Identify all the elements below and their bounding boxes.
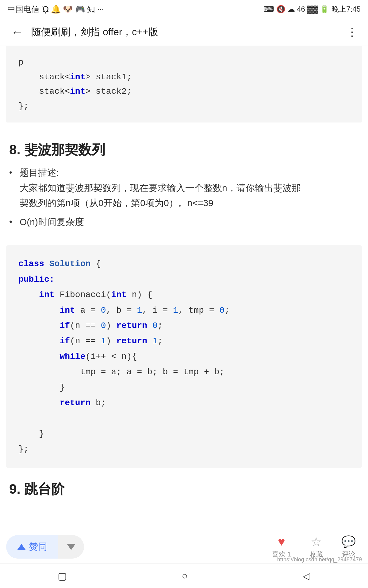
time-text: 晚上7:45: [332, 4, 361, 14]
section9-heading: 9. 跳台阶: [0, 477, 368, 501]
collect-button[interactable]: ☆ 收藏: [309, 535, 323, 559]
like-button[interactable]: ♥ 喜欢 1: [272, 535, 291, 559]
status-left: 中国电信 ᾨ 🔔 🐶 🎮 知 ···: [7, 4, 104, 15]
vote-group: 赞同: [6, 535, 84, 559]
section8-desc: • 题目描述:大家都知道斐波那契数列，现在要求输入一个整数n，请你输出斐波那契数…: [0, 165, 368, 239]
code-line: stack<int> stack2;: [18, 84, 350, 99]
vote-up-label: 赞同: [29, 541, 47, 553]
nav-title: 随便刷刷，剑指 offer，c++版: [31, 25, 342, 39]
back-button[interactable]: ←: [6, 26, 28, 38]
desc-item-1: • 题目描述:大家都知道斐波那契数列，现在要求输入一个整数n，请你输出斐波那契数…: [9, 165, 359, 211]
carrier-text: 中国电信: [7, 4, 39, 15]
code-line: [18, 411, 350, 426]
code-line: stack<int> stack1;: [18, 70, 350, 85]
code-line: class Solution {: [18, 256, 350, 272]
nav-circle-button[interactable]: ○: [170, 567, 200, 585]
bullet-1: •: [9, 166, 17, 179]
vote-up-icon: [17, 544, 26, 550]
vote-down-button[interactable]: [58, 538, 84, 556]
status-right: ⌨ 🔇 ☁ 46 ▓▓ 🔋 晚上7:45: [263, 4, 361, 14]
code-line: int a = 0, b = 1, i = 1, tmp = 0;: [18, 303, 350, 318]
desc-item-2: • O(n)时间复杂度: [9, 214, 359, 230]
nav-square-button[interactable]: ▢: [45, 567, 79, 585]
desc-text-2: O(n)时间复杂度: [20, 214, 359, 230]
code-line: return b;: [18, 395, 350, 411]
code-line: if(n == 1) return 1;: [18, 334, 350, 349]
url-bar: https://blog.csdn.net/qq_29487479: [277, 556, 362, 563]
code-line: }: [18, 380, 350, 395]
comment-icon: 💬: [341, 535, 356, 548]
vote-up-button[interactable]: 赞同: [6, 535, 58, 559]
main-code-block: class Solution { public: int Fibonacci(i…: [6, 245, 362, 468]
nav-triangle-button[interactable]: ◁: [290, 567, 323, 585]
code-line: while(i++ < n){: [18, 349, 350, 364]
code-line: if(n == 0) return 0;: [18, 318, 350, 334]
code-line: };: [18, 99, 350, 114]
code-line: };: [18, 442, 350, 457]
top-code-block: p stack<int> stack1; stack<int> stack2; …: [6, 46, 362, 123]
content: p stack<int> stack1; stack<int> stack2; …: [0, 46, 368, 563]
desc-text-1: 题目描述:大家都知道斐波那契数列，现在要求输入一个整数n，请你输出斐波那契数列的…: [20, 165, 359, 211]
code-line: }: [18, 426, 350, 442]
star-icon: ☆: [311, 535, 322, 549]
code-line: public:: [18, 272, 350, 287]
comment-button[interactable]: 💬 评论: [341, 535, 356, 559]
status-bar: 中国电信 ᾨ 🔔 🐶 🎮 知 ··· ⌨ 🔇 ☁ 46 ▓▓ 🔋 晚上7:45: [0, 0, 368, 18]
section8-heading: 8. 斐波那契数列: [0, 132, 368, 165]
nav-bar: ← 随便刷刷，剑指 offer，c++版 ⋮: [0, 18, 368, 46]
vote-down-icon: [67, 544, 75, 550]
heart-icon: ♥: [278, 535, 285, 548]
more-button[interactable]: ⋮: [342, 26, 362, 39]
bullet-2: •: [9, 215, 17, 229]
action-icons: ♥ 喜欢 1 ☆ 收藏 💬 评论: [84, 535, 362, 559]
code-line: int Fibonacci(int n) {: [18, 287, 350, 303]
code-line: p: [18, 55, 350, 70]
system-nav-bar: ▢ ○ ◁: [0, 564, 368, 588]
status-icons: ᾨ 🔔 🐶 🎮 知 ···: [42, 4, 104, 15]
code-line: tmp = a; a = b; b = tmp + b;: [18, 364, 350, 380]
status-icons-right: ⌨ 🔇 ☁ 46 ▓▓ 🔋: [263, 5, 329, 13]
